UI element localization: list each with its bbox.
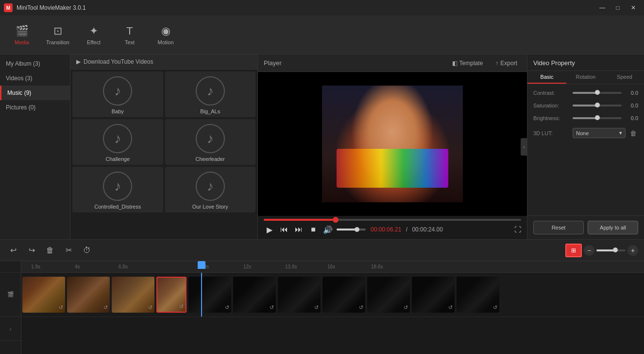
- media-thumb-baby: ♪: [103, 76, 132, 106]
- progress-bar[interactable]: [264, 219, 521, 221]
- list-item[interactable]: ♪ Our Love Story: [165, 167, 256, 212]
- audio-track-label: ♪: [0, 317, 21, 341]
- toolbar-text[interactable]: T Text: [113, 18, 147, 52]
- split-button[interactable]: ✂: [61, 243, 76, 258]
- loop-icon: ↺: [448, 304, 453, 311]
- next-frame-button[interactable]: ⏭: [293, 224, 305, 235]
- toolbar-transition-label: Transition: [46, 39, 69, 45]
- saturation-thumb: [595, 103, 600, 107]
- player-video: [258, 72, 527, 216]
- zoom-fit-button[interactable]: ⊞: [565, 244, 582, 257]
- ruler-mark: 18.6s: [371, 264, 383, 269]
- sidebar-item-music[interactable]: Music (9): [0, 86, 70, 100]
- video-track-label: 🎬: [0, 273, 21, 317]
- tab-basic[interactable]: Basic: [527, 71, 566, 84]
- fullscreen-button[interactable]: ⛶: [514, 226, 521, 233]
- template-label: Template: [459, 60, 483, 67]
- delete-button[interactable]: 🗑: [43, 243, 57, 258]
- play-button[interactable]: ▶: [264, 224, 275, 235]
- media-icon: 🎬: [16, 25, 29, 37]
- contrast-slider[interactable]: [573, 92, 622, 94]
- media-name-challenge: Challenge: [105, 156, 130, 162]
- speed-button[interactable]: ⏱: [80, 243, 94, 258]
- saturation-value: 0.0: [625, 103, 638, 108]
- player-label: Player: [264, 59, 282, 67]
- toolbar-motion[interactable]: ◉ Motion: [149, 18, 183, 52]
- timeline-area: ↩ ↪ 🗑 ✂ ⏱ ⊞ − + Zoom to Fit Timeline 🎬 ♪: [0, 239, 644, 354]
- loop-icon: ↺: [493, 304, 497, 311]
- loop-icon: ↺: [359, 304, 363, 311]
- undo-button[interactable]: ↩: [6, 243, 20, 258]
- brightness-thumb: [595, 115, 600, 120]
- table-row[interactable]: ↺: [156, 277, 186, 313]
- media-name-love-story: Our Love Story: [192, 204, 228, 210]
- list-item[interactable]: ♪ Challenge: [72, 119, 163, 165]
- loop-icon: ↺: [225, 304, 229, 311]
- list-item[interactable]: ♪ Baby: [72, 71, 163, 117]
- table-row[interactable]: ↺: [457, 277, 499, 313]
- table-row[interactable]: ↺: [233, 277, 276, 313]
- table-row[interactable]: ↺: [22, 277, 65, 313]
- volume-button[interactable]: 🔊: [322, 224, 334, 235]
- stop-button[interactable]: ■: [307, 224, 319, 235]
- download-bar[interactable]: ▶ Download YouTube Videos: [70, 54, 257, 70]
- sidebar-item-pictures[interactable]: Pictures (0): [0, 100, 70, 115]
- table-row[interactable]: ↺: [322, 277, 365, 313]
- brightness-row: Brightness: 0.0: [533, 115, 638, 121]
- player-section: Player ◧ Template ↑ Export: [257, 54, 527, 239]
- lut-delete-button[interactable]: 🗑: [628, 128, 638, 138]
- prev-frame-button[interactable]: ⏮: [278, 224, 290, 235]
- zoom-out-button[interactable]: −: [584, 245, 594, 256]
- redo-button[interactable]: ↪: [24, 243, 39, 258]
- saturation-slider[interactable]: [573, 105, 622, 106]
- table-row[interactable]: ↺: [278, 277, 321, 313]
- time-current: 00:00:06.21: [371, 226, 401, 233]
- maximize-button[interactable]: □: [611, 3, 625, 13]
- title-bar-left: M MiniTool MovieMaker 3.0.1: [4, 3, 86, 12]
- toolbar-transition[interactable]: ⊡ Transition: [41, 18, 75, 52]
- tab-speed[interactable]: Speed: [605, 71, 644, 84]
- ruler-mark: 16s: [327, 264, 335, 269]
- player-header-right: ◧ Template ↑ Export: [448, 58, 521, 68]
- table-row[interactable]: ↺: [188, 277, 231, 313]
- table-row[interactable]: ↺: [67, 277, 110, 313]
- reset-button[interactable]: Reset: [533, 221, 584, 234]
- contrast-thumb: [595, 90, 600, 95]
- transition-icon: ⊡: [53, 25, 62, 37]
- zoom-in-button[interactable]: +: [627, 245, 638, 256]
- contrast-label: Contrast:: [533, 90, 570, 96]
- sidebar-item-videos[interactable]: Videos (3): [0, 71, 70, 86]
- table-row[interactable]: ↺: [367, 277, 410, 313]
- table-row[interactable]: ↺: [112, 277, 154, 313]
- sidebar-item-my-album[interactable]: My Album (3): [0, 56, 70, 71]
- zoom-slider[interactable]: [596, 249, 626, 251]
- minimize-button[interactable]: —: [595, 3, 609, 13]
- collapse-panel-button[interactable]: ›: [521, 138, 527, 156]
- toolbar-media[interactable]: 🎬 Media: [5, 18, 39, 52]
- sidebar: My Album (3) Videos (3) Music (9) Pictur…: [0, 54, 70, 239]
- media-thumb-love-story: ♪: [196, 172, 225, 201]
- volume-slider[interactable]: [337, 229, 366, 230]
- video-track: ↺ ↺ ↺ ↺ ↺: [21, 273, 644, 317]
- app-icon: M: [4, 3, 13, 12]
- list-item[interactable]: ♪ Cheerleader: [165, 119, 256, 165]
- list-item[interactable]: ♪ Big_ALs: [165, 71, 256, 117]
- media-name-controlled: Controlled_Distress: [94, 204, 141, 210]
- toolbar-effect[interactable]: ✦ Effect: [77, 18, 111, 52]
- close-button[interactable]: ✕: [627, 3, 640, 13]
- list-item[interactable]: ♪ Controlled_Distress: [72, 167, 163, 212]
- playhead-marker[interactable]: [198, 261, 205, 269]
- export-button[interactable]: ↑ Export: [491, 58, 521, 68]
- apply-all-button[interactable]: Apply to all: [588, 221, 638, 234]
- template-button[interactable]: ◧ Template: [448, 58, 487, 68]
- brightness-slider[interactable]: [573, 117, 622, 119]
- template-icon: ◧: [452, 60, 458, 67]
- track-labels: 🎬 ♪: [0, 261, 21, 354]
- tab-rotation[interactable]: Rotation: [566, 71, 605, 84]
- media-thumb-challenge: ♪: [103, 124, 132, 153]
- lut-select[interactable]: None ▾: [573, 128, 626, 138]
- playhead-line[interactable]: [201, 273, 202, 317]
- table-row[interactable]: ↺: [412, 277, 455, 313]
- toolbar-media-label: Media: [15, 39, 29, 45]
- lut-row: 3D LUT: None ▾ 🗑: [533, 128, 638, 138]
